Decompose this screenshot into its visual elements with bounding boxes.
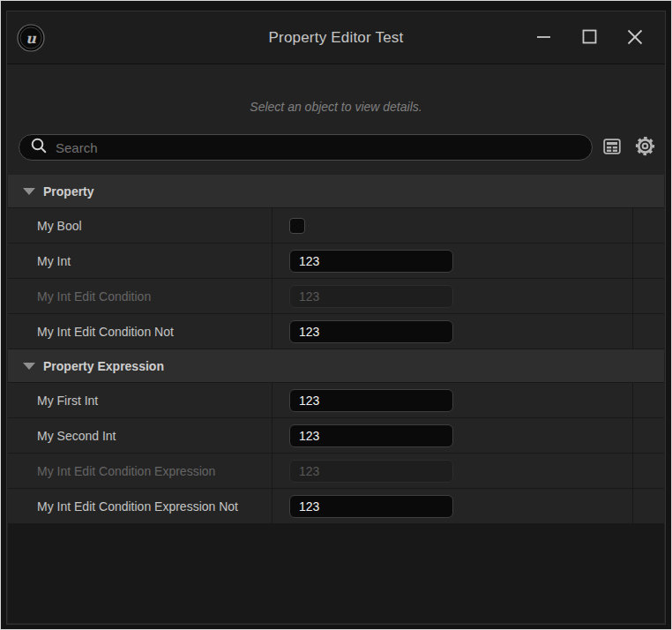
empty-selection-hint: Select an object to view details. xyxy=(7,100,665,114)
section-title: Property xyxy=(43,184,94,199)
row-my-int: My Int xyxy=(8,244,664,279)
display-filter-button[interactable] xyxy=(599,134,625,161)
my-int-edit-condition-input xyxy=(289,285,453,308)
section-header-property-expression[interactable]: Property Expression xyxy=(8,349,664,383)
property-name: My Int xyxy=(8,244,273,278)
maximize-icon xyxy=(582,29,597,47)
property-name: My Int Edit Condition Expression Not xyxy=(8,489,273,523)
search-input[interactable] xyxy=(56,140,581,155)
search-box[interactable] xyxy=(19,134,593,161)
titlebar[interactable]: u Property Editor Test xyxy=(7,11,665,64)
property-value-cell xyxy=(273,279,632,313)
my-int-edit-condition-expression-not-input[interactable] xyxy=(289,495,453,518)
property-name: My Int Edit Condition xyxy=(8,279,273,313)
window-controls xyxy=(520,11,658,64)
row-my-int-edit-condition-expression: My Int Edit Condition Expression xyxy=(8,454,664,489)
screenshot-root: u Property Editor Test xyxy=(0,0,672,630)
row-gutter xyxy=(632,279,664,313)
property-name: My Second Int xyxy=(8,418,273,453)
property-name: My First Int xyxy=(8,383,273,417)
property-name: My Int Edit Condition Expression xyxy=(8,454,273,488)
row-my-first-int: My First Int xyxy=(8,383,664,418)
property-value-cell xyxy=(273,208,632,243)
my-second-int-input[interactable] xyxy=(289,424,453,447)
gear-icon xyxy=(634,135,656,160)
search-icon xyxy=(30,137,48,158)
section-header-property[interactable]: Property xyxy=(8,175,664,208)
row-my-int-edit-condition-not: My Int Edit Condition Not xyxy=(8,314,664,349)
row-my-int-edit-condition: My Int Edit Condition xyxy=(8,279,664,314)
settings-button[interactable] xyxy=(631,134,658,161)
row-gutter xyxy=(632,489,664,523)
minimize-icon xyxy=(536,29,551,47)
property-value-cell xyxy=(273,383,632,417)
row-gutter xyxy=(632,314,664,349)
close-button[interactable] xyxy=(612,11,658,64)
my-int-edit-condition-expression-input xyxy=(289,460,453,483)
row-gutter xyxy=(632,454,664,488)
search-row xyxy=(19,134,658,161)
row-gutter xyxy=(632,208,664,243)
section-property: Property My Bool My Int xyxy=(8,175,664,349)
my-first-int-input[interactable] xyxy=(289,389,453,412)
section-title: Property Expression xyxy=(43,359,164,373)
row-gutter xyxy=(632,244,664,278)
my-int-edit-condition-not-input[interactable] xyxy=(289,320,453,343)
property-editor-window: u Property Editor Test xyxy=(6,11,666,625)
property-value-cell xyxy=(273,314,632,349)
my-bool-checkbox[interactable] xyxy=(289,218,305,234)
row-gutter xyxy=(632,418,664,453)
row-gutter xyxy=(632,383,664,417)
my-int-input[interactable] xyxy=(289,250,453,273)
display-filter-icon xyxy=(601,136,623,160)
close-icon xyxy=(627,29,643,48)
property-value-cell xyxy=(273,244,632,278)
row-my-second-int: My Second Int xyxy=(8,418,664,454)
minimize-button[interactable] xyxy=(520,11,566,64)
maximize-button[interactable] xyxy=(566,11,612,64)
row-my-bool: My Bool xyxy=(8,208,664,244)
section-property-expression: Property Expression My First Int My Seco… xyxy=(8,349,664,524)
property-grid: Property My Bool My Int xyxy=(8,175,664,623)
property-name: My Int Edit Condition Not xyxy=(8,314,273,349)
property-value-cell xyxy=(273,454,632,488)
property-value-cell xyxy=(273,489,632,523)
property-name: My Bool xyxy=(8,208,273,243)
row-my-int-edit-condition-expression-not: My Int Edit Condition Expression Not xyxy=(8,489,664,524)
chevron-down-icon xyxy=(23,188,35,195)
chevron-down-icon xyxy=(23,363,35,370)
property-value-cell xyxy=(273,418,632,453)
